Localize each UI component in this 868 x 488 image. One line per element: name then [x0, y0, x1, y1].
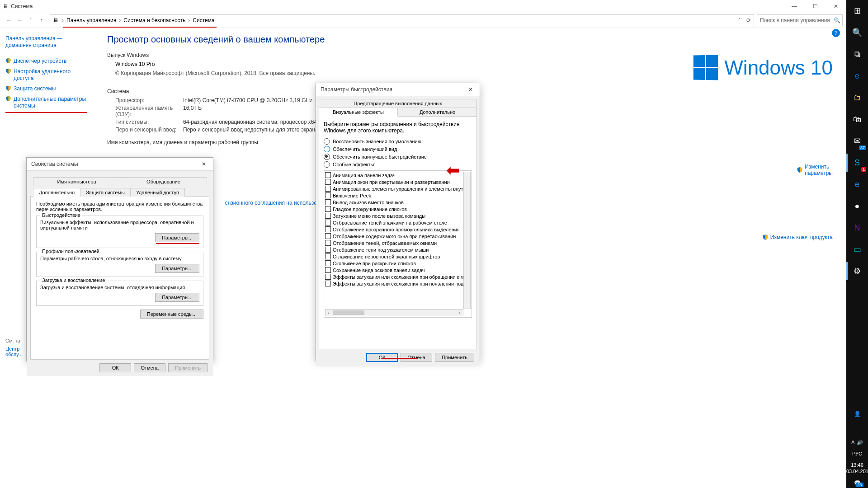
taskbar-skype[interactable]: S1	[846, 152, 868, 174]
effect-item-14[interactable]: Сохранение вида эскизов панели задач	[325, 267, 471, 273]
sidebar-link-0[interactable]: Диспетчер устройств	[5, 56, 94, 66]
taskbar-taskview[interactable]: ⧉	[846, 43, 868, 65]
nav-up[interactable]: ↑	[36, 17, 47, 23]
checkbox-icon[interactable]	[325, 274, 331, 280]
checkbox-icon[interactable]	[325, 172, 331, 178]
search-input[interactable]	[759, 17, 834, 24]
taskbar-search[interactable]: 🔍	[846, 22, 868, 43]
crumb-system[interactable]: Система	[191, 17, 216, 23]
effect-item-16[interactable]: Эффекты затухания или скольжения при поя…	[325, 280, 471, 287]
minimize-button[interactable]: —	[784, 0, 805, 13]
checkbox-icon[interactable]	[325, 220, 331, 225]
effect-item-13[interactable]: Скольжение при раскрытии списков	[325, 260, 471, 267]
dialog-close-button[interactable]: ✕	[199, 161, 208, 167]
vertical-scrollbar[interactable]	[463, 172, 471, 309]
taskbar-app1[interactable]: ▭	[846, 239, 868, 260]
ok-button[interactable]: ОК	[99, 363, 131, 372]
action-center-button[interactable]: 💬23	[846, 480, 868, 486]
tab-protection[interactable]: Защита системы	[80, 188, 131, 197]
taskbar-sysprops-task[interactable]: ⚙	[846, 260, 868, 282]
checkbox-icon[interactable]	[325, 267, 331, 273]
breadcrumb[interactable]: 🖥 › Панель управления › Система и безопа…	[50, 14, 754, 26]
nav-back[interactable]: ←	[4, 17, 14, 23]
horizontal-scrollbar[interactable]: ‹›	[325, 309, 463, 316]
address-dropdown[interactable]: ˅	[736, 17, 744, 23]
checkbox-icon[interactable]	[325, 186, 331, 192]
cancel-button[interactable]: Отмена	[134, 363, 165, 372]
effect-item-8[interactable]: Отображение прозрачного прямоугольника в…	[325, 226, 471, 233]
ok-button[interactable]: ОК	[366, 353, 398, 362]
taskbar-chrome[interactable]: ●	[846, 195, 868, 217]
seealso-link[interactable]: обслу...	[5, 352, 23, 357]
tab-visual-effects[interactable]: Визуальные эффекты	[319, 108, 398, 117]
change-settings-link[interactable]: Изменить параметры	[797, 164, 833, 176]
checkbox-icon[interactable]	[325, 253, 331, 259]
apply-button[interactable]: Применить	[168, 363, 208, 372]
radio-option-0[interactable]: Восстановить значения по умолчанию	[324, 138, 472, 145]
change-product-key-link[interactable]: Изменить ключ продукта	[762, 234, 833, 240]
taskbar-ie[interactable]: e	[846, 174, 868, 195]
checkbox-icon[interactable]	[325, 233, 331, 239]
performance-settings-button[interactable]: Параметры...	[155, 233, 199, 242]
tab-hardware[interactable]: Оборудование	[120, 177, 207, 186]
effect-item-7[interactable]: Отбрасывание теней значками на рабочем с…	[325, 219, 471, 226]
nav-forward[interactable]: →	[14, 17, 25, 23]
help-icon[interactable]: ?	[832, 29, 840, 37]
effect-item-11[interactable]: Отображение тени под указателем мыши	[325, 246, 471, 253]
env-vars-button[interactable]: Переменные среды...	[140, 310, 203, 319]
close-button[interactable]: ✕	[826, 0, 846, 13]
seealso-link[interactable]: Центр	[5, 346, 23, 352]
checkbox-icon[interactable]	[325, 226, 331, 232]
effects-listbox[interactable]: Анимация на панели задачАнимация окон пр…	[324, 170, 472, 318]
checkbox-icon[interactable]	[325, 179, 331, 185]
tray-area[interactable]: ᐱ 🔊	[846, 439, 868, 446]
tab-advanced[interactable]: Дополнительно	[398, 108, 477, 117]
checkbox-icon[interactable]	[325, 192, 331, 198]
checkbox-icon[interactable]	[325, 281, 331, 286]
language-indicator[interactable]: РУС	[846, 451, 868, 456]
checkbox-icon[interactable]	[325, 260, 331, 266]
effect-item-2[interactable]: Анимированные элементы управления и элем…	[325, 185, 471, 192]
checkbox-icon[interactable]	[325, 199, 331, 205]
effect-item-6[interactable]: Затухание меню после вызова команды	[325, 212, 471, 219]
profiles-settings-button[interactable]: Параметры...	[155, 264, 199, 273]
apply-button[interactable]: Применить	[435, 353, 474, 362]
sidebar-link-3[interactable]: Дополнительные параметры системы	[5, 94, 94, 111]
radio-option-1[interactable]: Обеспечить наилучший вид	[324, 146, 472, 152]
cancel-button[interactable]: Отмена	[401, 353, 432, 362]
tab-remote[interactable]: Удаленный доступ	[130, 188, 185, 197]
checkbox-icon[interactable]	[325, 247, 331, 253]
sidebar-link-2[interactable]: Защита системы	[5, 84, 94, 94]
effect-item-4[interactable]: Вывод эскизов вместо значков	[325, 199, 471, 206]
search-box[interactable]: 🔍	[757, 14, 843, 26]
tab-computer-name[interactable]: Имя компьютера	[33, 177, 120, 186]
sidebar-link-1[interactable]: Настройка удаленного доступа	[5, 66, 94, 84]
taskbar-store[interactable]: 🛍	[846, 108, 868, 130]
checkbox-icon[interactable]	[325, 213, 331, 219]
search-icon[interactable]: 🔍	[834, 17, 840, 23]
maximize-button[interactable]: ☐	[805, 0, 826, 13]
effect-item-5[interactable]: Гладкое прокручивание списков	[325, 206, 471, 212]
effect-item-10[interactable]: Отображение теней, отбрасываемых окнами	[325, 239, 471, 246]
taskbar-mail[interactable]: ✉87	[846, 130, 868, 152]
tab-dep[interactable]: Предотвращение выполнения данных	[319, 99, 477, 108]
radio-option-2[interactable]: Обеспечить наилучшее быстродействие	[324, 154, 472, 160]
effect-item-9[interactable]: Отображение содержимого окна при перетас…	[325, 233, 471, 239]
effect-item-12[interactable]: Сглаживание неровностей экранных шрифтов	[325, 253, 471, 260]
control-panel-home-link[interactable]: Панель управления — домашняя страница	[5, 33, 94, 51]
startup-settings-button[interactable]: Параметры...	[155, 293, 199, 302]
taskbar-edge[interactable]: e	[846, 65, 868, 87]
checkbox-icon[interactable]	[325, 240, 331, 246]
refresh-button[interactable]: ⟳	[744, 17, 754, 23]
clock[interactable]: 13:4603.04.2019	[846, 462, 868, 474]
taskbar-onenote[interactable]: N	[846, 217, 868, 239]
people-button[interactable]: 👤	[846, 403, 868, 425]
effect-item-15[interactable]: Эффекты затухания или скольжения при обр…	[325, 273, 471, 280]
crumb-control-panel[interactable]: Панель управления	[65, 17, 118, 23]
tab-advanced[interactable]: Дополнительно	[33, 188, 80, 197]
nav-recent[interactable]: ˅	[25, 17, 36, 23]
dialog-close-button[interactable]: ✕	[466, 86, 475, 93]
checkbox-icon[interactable]	[325, 206, 331, 212]
crumb-security[interactable]: Система и безопасность	[122, 17, 187, 23]
effect-item-3[interactable]: Включение Peek	[325, 192, 471, 199]
